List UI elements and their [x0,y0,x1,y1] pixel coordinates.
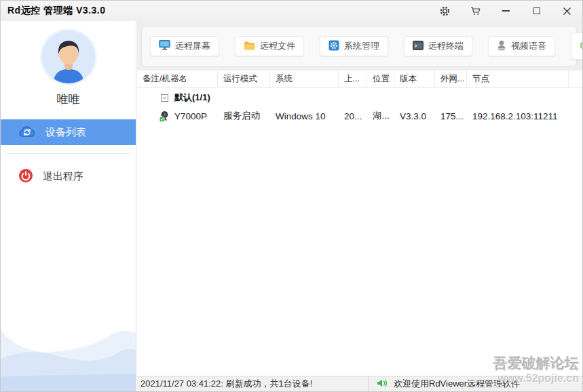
window-title: Rd远控 管理端 V3.3.0 [1,5,105,17]
col-header-mode[interactable]: 运行模式 [218,71,270,87]
sidebar-item-label: 设备列表 [45,126,86,139]
device-uptime: 20... [339,111,367,121]
avatar-wrap [1,31,136,83]
status-message: 2021/11/27 03:41:22: 刷新成功，共1台设备! [137,376,369,391]
device-group-row[interactable]: 默认(1/1) [137,89,582,106]
titlebar-controls [430,1,582,21]
device-icon [159,111,170,122]
minimize-button[interactable] [491,1,521,21]
col-header-node[interactable]: 节点 [467,71,569,87]
refresh-button[interactable] [571,33,583,60]
device-mode: 服务启动 [218,110,270,122]
sidebar: 唯唯 设备列表 退出程序 [1,21,136,391]
monitor-icon [159,40,170,52]
video-voice-button[interactable]: 视频语音 [488,36,555,56]
close-icon [563,7,571,16]
col-header-uptime[interactable]: 上... [339,71,367,87]
close-button[interactable] [552,1,582,21]
device-location: 湖... [367,110,394,122]
device-node: 192.168.2.103:11211 [467,111,569,121]
titlebar: Rd远控 管理端 V3.3.0 [1,1,582,21]
tool-button-label: 视频语音 [511,40,546,52]
webcam-person-icon [497,40,506,53]
folder-icon [244,41,255,52]
device-name: Y7000P [174,111,207,121]
avatar[interactable] [42,31,95,83]
terminal-icon [413,41,424,52]
gear-icon [439,5,451,17]
cart-button[interactable] [460,1,491,21]
col-header-version[interactable]: 版本 [394,71,435,87]
sidebar-divider [6,153,130,154]
table-row[interactable]: Y7000P 服务启动 Windows 10 20... 湖... V3.3.0… [137,106,582,125]
app-window: Rd远控 管理端 V3.3.0 [0,0,583,392]
tool-button-label: 系统管理 [344,40,379,52]
sidebar-item-label: 退出程序 [43,170,83,183]
tool-button-label: 远程文件 [260,40,295,52]
sidebar-item-exit[interactable]: 退出程序 [1,163,136,189]
system-gear-icon [328,40,339,53]
col-header-os[interactable]: 系统 [270,71,339,87]
toolbar-panel: 远程屏幕 远程文件 [141,26,577,66]
statusbar: 2021/11/27 03:41:22: 刷新成功，共1台设备! 欢迎使用RdV… [137,376,582,391]
settings-button[interactable] [430,1,460,21]
power-icon [18,168,33,185]
col-header-filler [569,71,582,87]
col-header-name[interactable]: 备注/机器名 [137,71,218,87]
sidebar-wave-decoration [1,317,136,391]
toolbar-strip: 远程屏幕 远程文件 [137,21,582,71]
system-management-button[interactable]: 系统管理 [320,36,388,56]
device-wan: 175... [435,111,467,121]
device-name-cell: Y7000P [137,111,218,122]
speaker-icon [377,378,388,390]
col-header-wan[interactable]: 外网... [435,71,467,87]
col-header-location[interactable]: 位置 [367,71,394,87]
status-welcome-text: 欢迎使用RdViewer远程管理软件 [394,378,520,390]
minimize-icon [502,10,510,12]
cloud-sync-icon [18,125,36,140]
remote-terminal-button[interactable]: 远程终端 [404,36,472,56]
cart-icon [470,6,481,16]
remote-files-button[interactable]: 远程文件 [235,36,304,56]
username: 唯唯 [1,92,136,107]
status-welcome-wrap: 欢迎使用RdViewer远程管理软件 [369,378,520,390]
sidebar-item-device-list[interactable]: 设备列表 [1,119,136,145]
refresh-spinner-icon [580,40,583,53]
tool-button-label: 远程屏幕 [175,40,210,52]
device-version: V3.3.0 [394,111,435,121]
tool-button-label: 远程终端 [428,40,464,52]
remote-screen-button[interactable]: 远程屏幕 [150,36,219,56]
maximize-icon [533,7,540,14]
device-os: Windows 10 [270,111,339,121]
collapse-icon[interactable] [161,94,168,102]
maximize-button[interactable] [521,1,552,21]
group-label: 默认(1/1) [174,92,210,104]
device-table-header: 备注/机器名 运行模式 系统 上... 位置 版本 外网... 节点 [137,71,582,87]
main-area: 远程屏幕 远程文件 [137,21,582,391]
